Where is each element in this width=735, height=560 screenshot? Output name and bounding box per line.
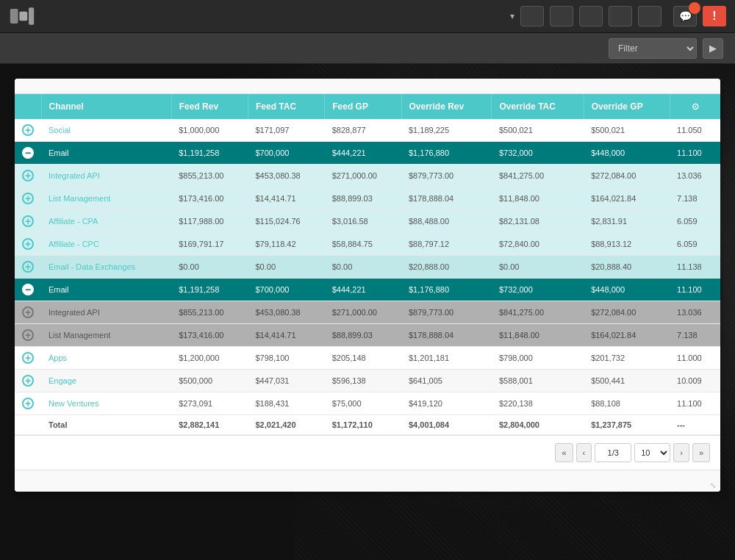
toolbar-right: Filter ▶: [609, 38, 723, 59]
expand-row-button[interactable]: +: [22, 238, 34, 250]
feed-gp-cell: $58,884.75: [325, 233, 401, 256]
expand-row-button[interactable]: −: [22, 284, 34, 295]
alert-button[interactable]: !: [703, 6, 726, 26]
channel-link[interactable]: Email: [49, 148, 69, 157]
expand-cell: +: [15, 324, 41, 347]
table-row: +Email - Data Exchanges$0.00$0.00$0.00$2…: [15, 256, 720, 279]
expand-row-button[interactable]: +: [22, 215, 34, 227]
table-row: +Engage$500,000$447,031$596,138$641,005$…: [15, 370, 720, 392]
override-gp-cell: $272,084.00: [584, 165, 670, 187]
notifications-button[interactable]: 💬: [673, 6, 697, 26]
feed-rev-cell: $500,000: [171, 370, 248, 392]
override-gp-cell: $88,108: [584, 392, 670, 415]
override-tac-cell: $732,000: [492, 142, 584, 165]
channel-link[interactable]: New Ventures: [49, 399, 98, 408]
feed-rev-cell: $1,191,258: [171, 279, 248, 301]
channel-link[interactable]: List Management: [49, 194, 110, 203]
feed-gp-cell: $205,148: [325, 347, 401, 370]
pagination-page-size-select[interactable]: 10 25 50 100: [634, 443, 670, 462]
nav-ox-button[interactable]: [550, 6, 573, 26]
override-tac-cell: $841,275.00: [492, 301, 584, 324]
channel-link[interactable]: Email - Data Exchanges: [49, 262, 135, 271]
welcome-text: ▾: [505, 11, 514, 21]
override-gp-cell: $164,021.84: [584, 324, 670, 347]
table-row: +New Ventures$273,091$188,431$75,000$419…: [15, 392, 720, 415]
override-gp-cell: $500,021: [584, 119, 670, 142]
feed-tac-cell: $2,021,420: [248, 415, 325, 435]
override-tac-cell: $798,000: [492, 347, 584, 370]
th-settings[interactable]: ⊙: [670, 94, 720, 119]
feed-tac-cell: $188,431: [248, 392, 325, 415]
go-icon: ▶: [709, 43, 717, 54]
settings-button[interactable]: [38, 47, 44, 50]
pagination-last-button[interactable]: »: [692, 443, 710, 462]
nav-hy-button[interactable]: [579, 6, 603, 26]
feed-gp-cell: $88,899.03: [325, 187, 401, 210]
expand-row-button[interactable]: +: [22, 124, 34, 136]
expand-row-button[interactable]: +: [22, 352, 34, 364]
override-gp-cell: $448,000: [584, 279, 670, 301]
expand-row-button[interactable]: +: [22, 375, 34, 387]
channel-cell: Integrated API: [41, 301, 171, 324]
channel-link[interactable]: List Management: [49, 331, 110, 340]
filter-go-button[interactable]: ▶: [703, 38, 723, 59]
nav-sf-button[interactable]: [638, 6, 662, 26]
feed-rev-cell: $117,988.00: [171, 210, 248, 233]
override-tac-cell: $588,001: [492, 370, 584, 392]
widget: Channel Feed Rev Feed TAC Feed GP Overri…: [15, 79, 720, 492]
override-gp-cell: $448,000: [584, 142, 670, 165]
channel-link[interactable]: Affiliate - CPC: [49, 240, 99, 248]
user-dropdown-arrow[interactable]: ▾: [510, 11, 514, 21]
override-gp-cell: $500,441: [584, 370, 670, 392]
last-cell: 11.050: [670, 119, 720, 142]
table-row: −Email$1,191,258$700,000$444,221$1,176,8…: [15, 142, 720, 165]
last-cell: 11.100: [670, 392, 720, 415]
expand-row-button[interactable]: +: [22, 193, 34, 204]
expand-row-button[interactable]: +: [22, 261, 34, 273]
nav-tm-button[interactable]: [609, 6, 632, 26]
override-gp-cell: $272,084.00: [584, 301, 670, 324]
pagination-page-input[interactable]: [595, 443, 631, 462]
pagination-prev-button[interactable]: ‹: [576, 443, 592, 462]
expand-row-button[interactable]: +: [22, 170, 34, 182]
expand-row-button[interactable]: +: [22, 398, 34, 409]
feed-tac-cell: $700,000: [248, 279, 325, 301]
table-row: +Integrated API$855,213.00$453,080.38$27…: [15, 301, 720, 324]
pagination-first-button[interactable]: «: [555, 443, 573, 462]
channel-link[interactable]: Integrated API: [49, 171, 100, 180]
add-widget-button[interactable]: [24, 47, 29, 50]
svg-rect-0: [10, 9, 18, 24]
channel-link[interactable]: Apps: [49, 353, 67, 362]
feed-gp-cell: $444,221: [325, 142, 401, 165]
override-rev-cell: $1,176,880: [401, 279, 492, 301]
channel-link[interactable]: Social: [49, 126, 71, 134]
expand-cell: −: [15, 142, 41, 165]
channel-link[interactable]: Integrated API: [49, 308, 100, 317]
channel-link[interactable]: Email: [49, 285, 69, 294]
last-cell: 6.059: [670, 233, 720, 256]
expand-row-button[interactable]: −: [22, 147, 34, 159]
toolbar: Filter ▶: [0, 33, 735, 64]
channel-cell: Social: [41, 119, 171, 142]
override-tac-cell: $72,840.00: [492, 233, 584, 256]
channel-link[interactable]: Engage: [49, 376, 76, 385]
channel-link[interactable]: Affiliate - CPA: [49, 217, 98, 226]
override-rev-cell: $879,773.00: [401, 165, 492, 187]
override-rev-cell: $88,797.12: [401, 233, 492, 256]
feed-rev-cell: $0.00: [171, 256, 248, 279]
pagination-next-button[interactable]: ›: [673, 443, 689, 462]
override-tac-cell: $220,138: [492, 392, 584, 415]
feed-tac-cell: $447,031: [248, 370, 325, 392]
pagination-bar: « ‹ 10 25 50 100 › »: [15, 435, 720, 470]
resize-handle[interactable]: ⤡: [710, 481, 717, 489]
expand-row-button[interactable]: +: [22, 306, 34, 318]
feed-tac-cell: $171,097: [248, 119, 325, 142]
expand-row-button[interactable]: +: [22, 329, 34, 341]
filter-select[interactable]: Filter: [609, 38, 697, 59]
nav-db-button[interactable]: [520, 6, 544, 26]
th-feed-tac: Feed TAC: [248, 94, 325, 119]
th-expand: [15, 94, 41, 119]
override-tac-cell: $841,275.00: [492, 165, 584, 187]
feed-tac-cell: $453,080.38: [248, 301, 325, 324]
table-body: +Social$1,000,000$171,097$828,877$1,189,…: [15, 119, 720, 435]
